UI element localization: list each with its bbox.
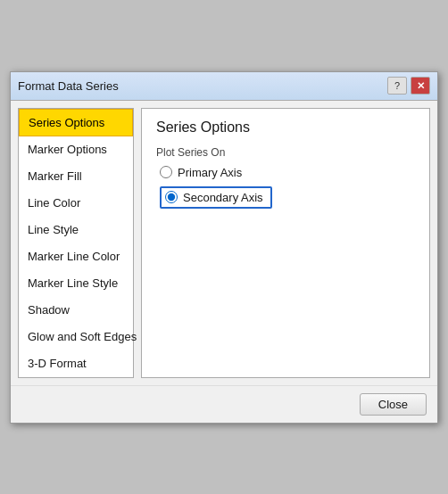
primary-axis-label: Primary Axis	[178, 166, 242, 179]
sidebar-item-marker-line-color[interactable]: Marker Line Color	[19, 243, 133, 270]
sidebar-item-3d-format[interactable]: 3-D Format	[19, 350, 133, 377]
window-close-button[interactable]: ✕	[411, 77, 430, 95]
primary-axis-option[interactable]: Primary Axis	[160, 166, 415, 179]
title-bar: Format Data Series ? ✕	[11, 72, 437, 101]
sidebar-item-line-color[interactable]: Line Color	[19, 190, 133, 217]
dialog-title: Format Data Series	[18, 79, 119, 93]
close-button[interactable]: Close	[360, 393, 427, 416]
secondary-axis-box: Secondary Axis	[160, 186, 272, 209]
sidebar-item-line-style[interactable]: Line Style	[19, 217, 133, 243]
dialog-footer: Close	[11, 385, 437, 423]
secondary-axis-radio[interactable]	[165, 191, 178, 203]
sidebar: Series Options Marker Options Marker Fil…	[18, 108, 134, 378]
help-button[interactable]: ?	[387, 77, 407, 95]
radio-group: Primary Axis Secondary Axis	[156, 166, 415, 209]
sidebar-item-series-options[interactable]: Series Options	[19, 109, 133, 136]
title-bar-controls: ? ✕	[387, 77, 430, 95]
secondary-axis-option[interactable]: Secondary Axis	[160, 186, 415, 209]
sidebar-item-marker-line-style[interactable]: Marker Line Style	[19, 270, 133, 297]
format-data-series-dialog: Format Data Series ? ✕ Series Options Ma…	[10, 71, 438, 424]
content-title: Series Options	[156, 119, 415, 136]
dialog-body: Series Options Marker Options Marker Fil…	[11, 101, 437, 385]
sidebar-item-marker-fill[interactable]: Marker Fill	[19, 163, 133, 190]
sidebar-item-glow-soft-edges[interactable]: Glow and Soft Edges	[19, 324, 133, 350]
secondary-axis-label: Secondary Axis	[183, 191, 263, 204]
sidebar-item-shadow[interactable]: Shadow	[19, 297, 133, 324]
sidebar-item-marker-options[interactable]: Marker Options	[19, 136, 133, 163]
primary-axis-radio[interactable]	[160, 166, 172, 178]
plot-series-on-label: Plot Series On	[156, 146, 415, 159]
content-panel: Series Options Plot Series On Primary Ax…	[141, 108, 430, 378]
